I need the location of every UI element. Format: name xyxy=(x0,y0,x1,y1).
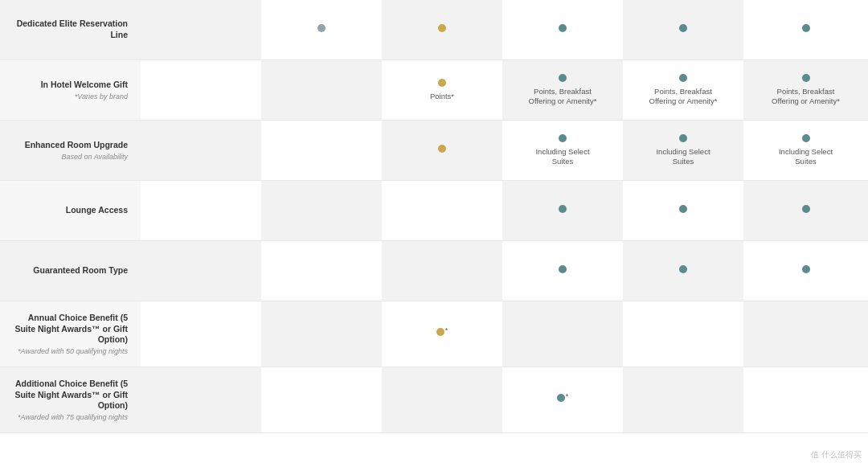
row-main-label-1: In Hotel Welcome Gift xyxy=(41,80,128,91)
row-2-col-1 xyxy=(141,121,261,181)
row-label-5: Annual Choice Benefit (5 Suite Night Awa… xyxy=(0,301,141,367)
row-6-col-3 xyxy=(382,367,502,433)
row-0-col-4 xyxy=(502,0,623,60)
row-0-col-1 xyxy=(141,0,261,60)
dot-teal-icon xyxy=(559,205,567,213)
row-label-2: Enhanced Room Upgrade Based on Availabil… xyxy=(0,121,141,181)
cell-text-2-6: Including SelectSuites xyxy=(779,147,833,167)
dot-teal-icon xyxy=(679,24,687,32)
row-main-label-3: Lounge Access xyxy=(66,205,128,216)
cell-text-1-3: Points* xyxy=(430,92,454,101)
row-1-col-4: Points, BreakfastOffering or Amenity* xyxy=(502,60,623,121)
row-6-col-2 xyxy=(261,367,382,433)
asterisk-mark-2: * xyxy=(566,392,569,400)
row-0-col-3 xyxy=(382,0,502,60)
row-4-col-1 xyxy=(141,241,261,301)
dot-teal-icon xyxy=(679,265,687,273)
row-0-col-2 xyxy=(261,0,382,60)
dot-yellow-icon xyxy=(438,79,446,87)
row-2-col-3 xyxy=(382,121,502,181)
row-sub-label-1: *Varies by brand xyxy=(75,92,128,100)
row-1-col-5: Points, BreakfastOffering or Amenity* xyxy=(623,60,743,121)
dot-teal-icon xyxy=(559,24,567,32)
dot-teal-icon xyxy=(557,394,565,402)
row-sub-label-5: *Awarded with 50 qualifying nights xyxy=(18,347,128,355)
row-main-label-2: Enhanced Room Upgrade xyxy=(25,140,128,151)
row-sub-label-6: *Awarded with 75 qualifying nights xyxy=(18,413,128,421)
row-main-label-4: Guaranteed Room Type xyxy=(33,265,128,277)
dot-teal-icon xyxy=(802,24,810,32)
dot-teal-icon xyxy=(802,265,810,273)
dot-asterisk-wrapper: * xyxy=(436,328,448,339)
row-4-col-2 xyxy=(261,241,382,301)
cell-text-2-4: Including SelectSuites xyxy=(535,147,589,167)
dot-asterisk-wrapper-2: * xyxy=(557,394,569,405)
row-label-3: Lounge Access xyxy=(0,181,141,241)
dot-teal-icon xyxy=(802,205,810,213)
dot-yellow-icon xyxy=(436,328,444,336)
row-5-col-6 xyxy=(743,301,868,367)
dot-teal-icon xyxy=(679,205,687,213)
row-3-col-4 xyxy=(502,181,623,241)
table-grid: Dedicated Elite Reservation Line In Hote… xyxy=(0,0,868,433)
row-3-col-6 xyxy=(743,181,868,241)
row-label-1: In Hotel Welcome Gift *Varies by brand xyxy=(0,60,141,121)
row-1-col-3: Points* xyxy=(382,60,502,121)
row-2-col-6: Including SelectSuites xyxy=(743,121,868,181)
row-2-col-2 xyxy=(261,121,382,181)
row-1-col-1 xyxy=(141,60,261,121)
row-sub-label-2: Based on Availability xyxy=(61,153,128,161)
row-5-col-3: * xyxy=(382,301,502,367)
dot-gray-icon xyxy=(317,24,326,32)
dot-teal-icon xyxy=(559,134,567,142)
dot-teal-icon xyxy=(559,265,567,273)
row-4-col-5 xyxy=(623,241,743,301)
row-4-col-4 xyxy=(502,241,623,301)
row-5-col-2 xyxy=(261,301,382,367)
row-0-col-5 xyxy=(623,0,743,60)
row-6-col-5 xyxy=(623,367,743,433)
row-6-col-4: * xyxy=(502,367,623,433)
row-5-col-1 xyxy=(141,301,261,367)
row-main-label-0: Dedicated Elite Reservation Line xyxy=(6,18,128,40)
row-main-label-6: Additional Choice Benefit (5 Suite Night… xyxy=(6,379,128,412)
row-label-6: Additional Choice Benefit (5 Suite Night… xyxy=(0,367,141,433)
dot-teal-icon xyxy=(679,74,687,82)
row-2-col-5: Including SelectSuites xyxy=(623,121,743,181)
row-6-col-1 xyxy=(141,367,261,433)
row-5-col-4 xyxy=(502,301,623,367)
cell-text-1-5: Points, BreakfastOffering or Amenity* xyxy=(649,87,718,107)
row-label-4: Guaranteed Room Type xyxy=(0,241,141,301)
row-2-col-4: Including SelectSuites xyxy=(502,121,623,181)
dot-teal-icon xyxy=(802,134,810,142)
dot-yellow-icon xyxy=(438,24,446,32)
row-3-col-3 xyxy=(382,181,502,241)
cell-text-1-4: Points, BreakfastOffering or Amenity* xyxy=(529,87,597,107)
row-3-col-1 xyxy=(141,181,261,241)
row-6-col-6 xyxy=(743,367,868,433)
row-label-0: Dedicated Elite Reservation Line xyxy=(0,0,141,60)
row-5-col-5 xyxy=(623,301,743,367)
asterisk-mark: * xyxy=(445,326,448,334)
dot-teal-icon xyxy=(679,134,687,142)
row-1-col-6: Points, BreakfastOffering or Amenity* xyxy=(743,60,868,121)
row-0-col-6 xyxy=(743,0,868,60)
dot-teal-icon xyxy=(802,74,810,82)
cell-text-1-6: Points, BreakfastOffering or Amenity* xyxy=(772,87,840,107)
row-4-col-3 xyxy=(382,241,502,301)
dot-teal-icon xyxy=(559,74,567,82)
cell-text-2-5: Including SelectSuites xyxy=(656,147,710,167)
row-1-col-2 xyxy=(261,60,382,121)
dot-yellow-icon xyxy=(438,145,446,153)
row-3-col-2 xyxy=(261,181,382,241)
row-4-col-6 xyxy=(743,241,868,301)
watermark: 值 什么值得买 xyxy=(811,449,862,461)
row-main-label-5: Annual Choice Benefit (5 Suite Night Awa… xyxy=(6,313,128,346)
row-3-col-5 xyxy=(623,181,743,241)
comparison-table: Dedicated Elite Reservation Line In Hote… xyxy=(0,0,868,467)
